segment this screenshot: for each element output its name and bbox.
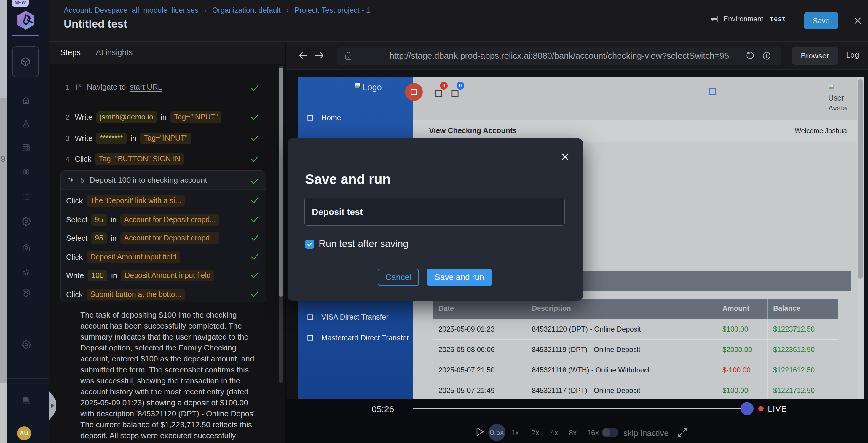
speed-8x-button[interactable]: 8x: [569, 429, 577, 437]
bank-nav-visa[interactable]: VISA Direct Transfer: [307, 311, 389, 323]
sidebar-item-integrations[interactable]: [21, 267, 31, 277]
browser-toolbar: http://stage.dbank.prod-apps.relicx.ai:8…: [286, 41, 868, 70]
close-icon[interactable]: [560, 152, 570, 161]
integrations-icon: [22, 267, 31, 277]
speed-16x-button[interactable]: 16x: [587, 429, 599, 437]
step-row-1[interactable]: 1 Navigate to start URL: [65, 83, 267, 92]
reload-icon[interactable]: [746, 51, 754, 60]
speed-0.5x-button[interactable]: 0.5x: [488, 424, 505, 441]
timeline-track[interactable]: [413, 408, 745, 410]
sidebar-item-results[interactable]: [21, 192, 31, 202]
run-after-saving-checkbox[interactable]: [305, 240, 314, 249]
cell-date: 2025-05-07 21:50: [433, 360, 526, 380]
timeline-knob[interactable]: [741, 402, 753, 415]
bank-menu-button[interactable]: [405, 83, 423, 101]
notification-icon[interactable]: [435, 90, 442, 97]
step-target-chip: Deposit Amount input field: [121, 270, 214, 282]
steps-scrollbar-thumb[interactable]: [279, 68, 283, 297]
sidebar-item-config[interactable]: [21, 216, 31, 226]
sidebar-item-tests[interactable]: [21, 119, 31, 128]
start-url-link[interactable]: start URL: [130, 83, 162, 92]
step-row-4[interactable]: 4 Click Tag="BUTTON" SIGN IN: [65, 153, 267, 165]
breadcrumb-project[interactable]: Project: Test project - 1: [294, 6, 370, 14]
tab-steps[interactable]: Steps: [60, 48, 81, 57]
bank-page-heading: View Checking Accounts: [429, 126, 517, 135]
column-header-balance: Balance: [767, 299, 838, 319]
substep-row-4[interactable]: Click Deposit Amount input field: [66, 252, 250, 263]
speed-4x-button[interactable]: 4x: [550, 429, 558, 437]
tab-browser[interactable]: Browser: [792, 47, 838, 65]
bank-scrollbar-thumb[interactable]: [858, 79, 863, 279]
step-group-header[interactable]: 5 Deposit 100 into checking account: [61, 171, 266, 190]
back-icon[interactable]: [298, 51, 308, 60]
sidebar-item-builder[interactable]: [12, 46, 39, 77]
environment-value[interactable]: test: [770, 16, 786, 23]
bank-scrollbar-track[interactable]: [857, 77, 864, 399]
app-logo-icon[interactable]: [17, 11, 35, 30]
sidebar-item-agent[interactable]: [21, 243, 31, 252]
substep-row-5[interactable]: Write 100 in Deposit Amount input field: [66, 270, 250, 282]
check-icon: [307, 241, 313, 247]
step-success-icon: [250, 113, 259, 122]
logo-underline: [12, 35, 39, 36]
background-window-glyph: 9: [1, 154, 6, 164]
step-target-chip: Tag="BUTTON" SIGN IN: [95, 153, 184, 165]
play-icon[interactable]: [475, 427, 485, 437]
breadcrumb-organization[interactable]: Organization: default: [212, 6, 281, 14]
cancel-button[interactable]: Cancel: [378, 269, 419, 286]
breadcrumb-account[interactable]: Account: Devspace_all_module_licenses: [64, 6, 198, 14]
step-action: Select: [66, 215, 88, 225]
url-text[interactable]: http://stage.dbank.prod-apps.relicx.ai:8…: [337, 47, 781, 65]
bank-nav-mastercard[interactable]: Mastercard Direct Transfer: [307, 332, 409, 343]
message-icon[interactable]: [451, 90, 459, 97]
forward-icon[interactable]: [314, 51, 324, 60]
flag-icon: [75, 83, 83, 91]
cell-amount: $100.00: [716, 380, 767, 399]
info-icon[interactable]: [762, 51, 771, 60]
step-number: 4: [65, 155, 71, 164]
step-connector: in: [111, 271, 117, 280]
url-bar[interactable]: http://stage.dbank.prod-apps.relicx.ai:8…: [337, 47, 781, 65]
table-row[interactable]: 2025-05-07 21:50 845321118 (WTH) - Onlin…: [433, 360, 838, 380]
step-target-chip: Account for Deposit dropd...: [120, 233, 219, 244]
substep-row-2[interactable]: Select 95 in Account for Deposit dropd..…: [66, 214, 250, 226]
step-row-3[interactable]: 3 Write ******** in Tag="INPUT": [65, 132, 267, 144]
cell-date: 2025-05-08 06:06: [433, 339, 526, 360]
broken-image-icon: [828, 84, 835, 90]
skip-inactive-toggle[interactable]: [602, 428, 618, 437]
broken-image-icon[interactable]: [709, 88, 716, 95]
save-and-run-button[interactable]: Save and run: [427, 269, 492, 286]
substep-row-1[interactable]: Click The 'Deposit' link with a si...: [66, 195, 250, 207]
table-row[interactable]: 2025-05-09 01:23 845321120 (DPT) - Onlin…: [433, 319, 838, 339]
step-success-icon: [250, 233, 259, 242]
hexagon-link-icon: [21, 288, 31, 297]
substep-row-3[interactable]: Select 95 in Account for Deposit dropd..…: [66, 233, 250, 244]
step-group-5[interactable]: 5 Deposit 100 into checking account Clic…: [60, 171, 266, 302]
speed-1x-button[interactable]: 1x: [511, 429, 519, 437]
sidebar-item-connections[interactable]: [21, 288, 31, 297]
sidebar-item-suites[interactable]: [21, 143, 31, 152]
table-row[interactable]: 2025-05-07 21:49 845321117 (DPT) - Onlin…: [433, 380, 838, 399]
sidebar-item-settings[interactable]: [21, 340, 31, 349]
checkbox-label[interactable]: Run test after saving: [319, 238, 408, 249]
sidebar-item-help[interactable]: ?: [21, 396, 31, 406]
sidebar-item-home[interactable]: [21, 96, 31, 106]
substep-row-6[interactable]: Click Submit button at the botto...: [66, 289, 250, 300]
skip-inactive-label[interactable]: skip inactive: [623, 429, 669, 438]
bank-user-avatar-broken[interactable]: User Avatar: [828, 83, 847, 110]
sidebar-item-runs[interactable]: [21, 168, 31, 178]
tab-ai-insights[interactable]: AI insights: [96, 48, 133, 57]
test-name-input[interactable]: Deposit test: [305, 198, 565, 226]
step-row-2[interactable]: 2 Write jsmith@demo.io in Tag="INPUT": [65, 112, 267, 123]
tab-log[interactable]: Log: [846, 51, 859, 60]
speed-2x-button[interactable]: 2x: [531, 429, 539, 437]
user-avatar[interactable]: AU: [17, 426, 31, 440]
close-icon[interactable]: [852, 16, 863, 26]
save-button[interactable]: Save: [804, 12, 838, 29]
bank-nav-home[interactable]: Home: [307, 112, 341, 123]
expand-icon[interactable]: [677, 427, 688, 438]
step-target-chip: Tag="INPUT": [140, 132, 191, 144]
bank-logo-divider: [308, 106, 410, 106]
table-row[interactable]: 2025-05-08 06:06 845321119 (DPT) - Onlin…: [433, 339, 838, 360]
cell-amount: $-100.00: [716, 360, 767, 380]
